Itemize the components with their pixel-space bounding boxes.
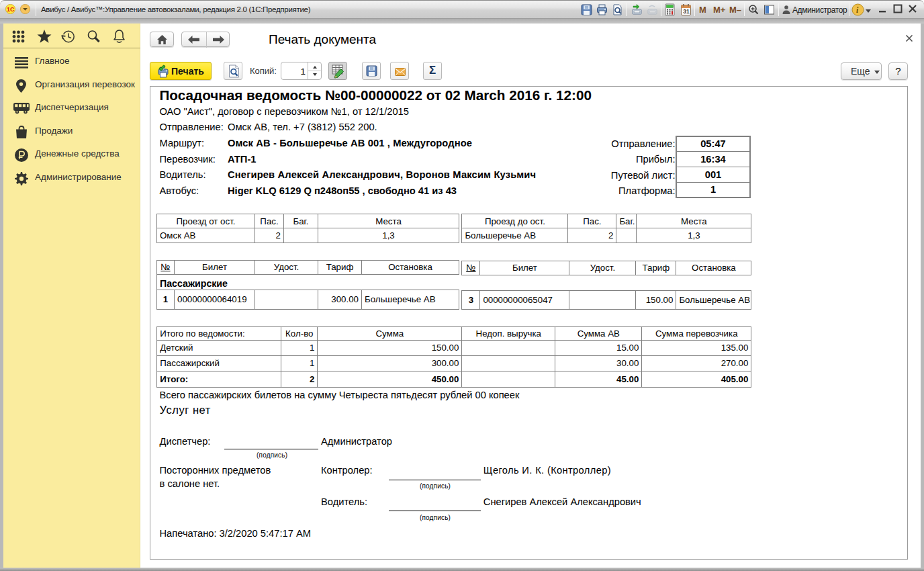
svg-text:31: 31 (683, 8, 690, 15)
svg-text:1С: 1С (7, 6, 15, 13)
